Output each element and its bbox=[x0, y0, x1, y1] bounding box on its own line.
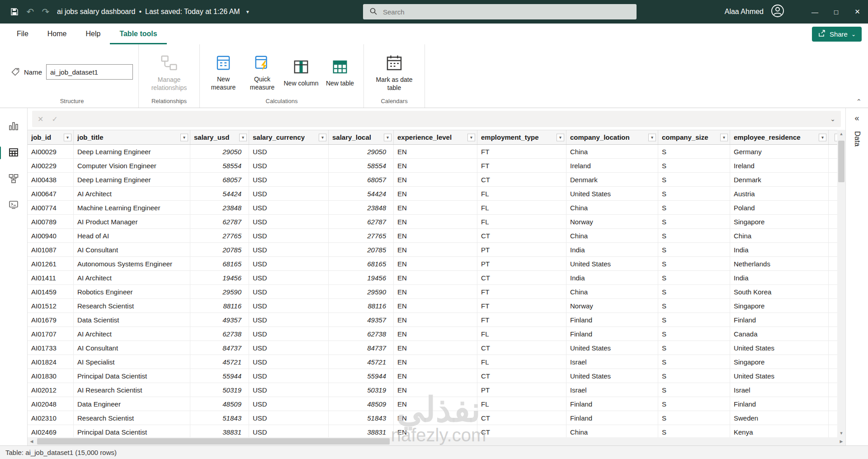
cell-job_id[interactable]: AI01087 bbox=[28, 243, 74, 256]
cell-employee_residence[interactable]: Finland bbox=[730, 313, 829, 327]
filter-icon[interactable]: ▾ bbox=[180, 133, 188, 141]
cell-job_id[interactable]: AI01459 bbox=[28, 285, 74, 298]
horizontal-scrollbar[interactable]: ◀ ▶ bbox=[28, 437, 845, 445]
cell-employee_residence[interactable]: China bbox=[730, 229, 829, 242]
cell-salary_currency[interactable]: USD bbox=[249, 229, 329, 242]
column-header-job_id[interactable]: job_id▾ bbox=[28, 130, 74, 144]
cell-employment_type[interactable]: PT bbox=[477, 243, 566, 256]
formula-bar[interactable]: ✕ ✓ ⌄ bbox=[28, 108, 845, 130]
cell-salary_currency[interactable]: USD bbox=[249, 187, 329, 200]
cell-company_size[interactable]: S bbox=[658, 383, 730, 397]
cell-experience_level[interactable]: EN bbox=[394, 229, 477, 242]
filter-icon[interactable]: ▾ bbox=[557, 133, 564, 141]
cell-company_size[interactable]: S bbox=[658, 201, 730, 214]
cell-company_location[interactable]: Israel bbox=[566, 355, 658, 369]
filter-icon[interactable]: ▾ bbox=[720, 133, 728, 141]
cell-salary_local[interactable]: 29590 bbox=[329, 285, 394, 298]
cell-salary_usd[interactable]: 84737 bbox=[190, 341, 249, 355]
cell-employment_type[interactable]: PT bbox=[477, 257, 566, 270]
close-button[interactable]: ✕ bbox=[847, 0, 868, 24]
cell-company_location[interactable]: United States bbox=[566, 257, 658, 270]
cell-company_size[interactable]: S bbox=[658, 271, 730, 284]
sidebar-item-report-view[interactable] bbox=[5, 118, 23, 135]
cell-employee_residence[interactable]: Finland bbox=[730, 397, 829, 411]
search-input[interactable] bbox=[383, 8, 630, 16]
cell-salary_currency[interactable]: USD bbox=[249, 285, 329, 298]
cell-company_location[interactable]: India bbox=[566, 243, 658, 256]
title-dropdown-icon[interactable]: ▾ bbox=[246, 9, 249, 15]
cell-employment_type[interactable]: FT bbox=[477, 285, 566, 298]
cell-experience_level[interactable]: EN bbox=[394, 201, 477, 214]
cell-employee_residence[interactable]: Netherlands bbox=[730, 257, 829, 270]
document-title[interactable]: ai jobs salary dashboard • Last saved: T… bbox=[57, 8, 249, 16]
cell-salary_usd[interactable]: 58554 bbox=[190, 159, 249, 172]
cell-employment_type[interactable]: FL bbox=[477, 327, 566, 341]
cell-company_size[interactable]: S bbox=[658, 187, 730, 200]
cell-employee_residence[interactable]: Israel bbox=[730, 383, 829, 397]
cell-employee_residence[interactable]: Austria bbox=[730, 187, 829, 200]
cell-experience_level[interactable]: EN bbox=[394, 257, 477, 270]
vertical-scroll-thumb[interactable] bbox=[838, 141, 844, 182]
cell-experience_level[interactable]: EN bbox=[394, 145, 477, 158]
formula-expand-icon[interactable]: ⌄ bbox=[830, 115, 835, 123]
column-header-partial[interactable]: rem▾ bbox=[829, 130, 837, 144]
cell-company_location[interactable]: China bbox=[566, 145, 658, 158]
redo-icon[interactable]: ↷ bbox=[38, 6, 53, 17]
new-measure-button[interactable]: New measure bbox=[205, 52, 241, 92]
cell-company_size[interactable]: S bbox=[658, 411, 730, 425]
cell-experience_level[interactable]: EN bbox=[394, 313, 477, 327]
cell-salary_local[interactable]: 68057 bbox=[329, 173, 394, 186]
user-name[interactable]: Alaa Ahmed bbox=[725, 8, 764, 16]
cell-employee_residence[interactable]: Denmark bbox=[730, 173, 829, 186]
cell-job_title[interactable]: AI Specialist bbox=[74, 355, 190, 369]
cell-company_size[interactable]: S bbox=[658, 313, 730, 327]
sidebar-item-dax-query-view[interactable] bbox=[5, 197, 23, 214]
cell-employment_type[interactable]: FL bbox=[477, 355, 566, 369]
column-header-company_location[interactable]: company_location▾ bbox=[566, 130, 658, 144]
cell-job_id[interactable]: AI00029 bbox=[28, 145, 74, 158]
cell-employment_type[interactable]: FL bbox=[477, 215, 566, 228]
cell-job_title[interactable]: Research Scientist bbox=[74, 411, 190, 425]
cell-job_id[interactable]: AI01679 bbox=[28, 313, 74, 327]
cell-employee_residence[interactable]: United States bbox=[730, 341, 829, 355]
cell-salary_currency[interactable]: USD bbox=[249, 257, 329, 270]
cell-company_location[interactable]: Finland bbox=[566, 313, 658, 327]
cell-employment_type[interactable]: FL bbox=[477, 201, 566, 214]
cell-company_size[interactable]: S bbox=[658, 215, 730, 228]
scroll-left-icon[interactable]: ◀ bbox=[28, 439, 36, 444]
new-table-button[interactable]: New table bbox=[322, 57, 358, 88]
cell-salary_local[interactable]: 58554 bbox=[329, 159, 394, 172]
cell-company_size[interactable]: S bbox=[658, 299, 730, 312]
cell-job_title[interactable]: AI Architect bbox=[74, 271, 190, 284]
cell-salary_usd[interactable]: 68165 bbox=[190, 257, 249, 270]
cell-employment_type[interactable]: FL bbox=[477, 187, 566, 200]
cell-job_id[interactable]: AI02469 bbox=[28, 425, 74, 437]
cell-employee_residence[interactable]: Singapore bbox=[730, 215, 829, 228]
cell-company_size[interactable]: S bbox=[658, 327, 730, 341]
cell-job_id[interactable]: AI01830 bbox=[28, 369, 74, 383]
cell-company_location[interactable]: China bbox=[566, 425, 658, 437]
cell-salary_local[interactable]: 49357 bbox=[329, 313, 394, 327]
cell-salary_usd[interactable]: 48509 bbox=[190, 397, 249, 411]
cell-company_location[interactable]: China bbox=[566, 201, 658, 214]
formula-cancel-icon[interactable]: ✕ bbox=[38, 115, 43, 123]
cell-company_location[interactable]: China bbox=[566, 285, 658, 298]
filter-icon[interactable]: ▾ bbox=[384, 133, 392, 141]
cell-company_size[interactable]: S bbox=[658, 425, 730, 437]
cell-company_location[interactable]: China bbox=[566, 229, 658, 242]
cell-job_title[interactable]: AI Product Manager bbox=[74, 215, 190, 228]
cell-company_size[interactable]: S bbox=[658, 173, 730, 186]
cell-employment_type[interactable]: CT bbox=[477, 341, 566, 355]
cell-employment_type[interactable]: FL bbox=[477, 397, 566, 411]
cell-salary_local[interactable]: 62738 bbox=[329, 327, 394, 341]
cell-salary_currency[interactable]: USD bbox=[249, 271, 329, 284]
collapse-ribbon-icon[interactable]: ⌃ bbox=[856, 98, 862, 106]
cell-company_location[interactable]: Israel bbox=[566, 383, 658, 397]
manage-relationships-button[interactable]: Manage relationships bbox=[144, 52, 194, 92]
cell-job_title[interactable]: AI Consultant bbox=[74, 243, 190, 256]
cell-job_id[interactable]: AI01733 bbox=[28, 341, 74, 355]
cell-company_location[interactable]: Norway bbox=[566, 299, 658, 312]
cell-company_size[interactable]: S bbox=[658, 285, 730, 298]
cell-experience_level[interactable]: EN bbox=[394, 173, 477, 186]
filter-icon[interactable]: ▾ bbox=[467, 133, 475, 141]
